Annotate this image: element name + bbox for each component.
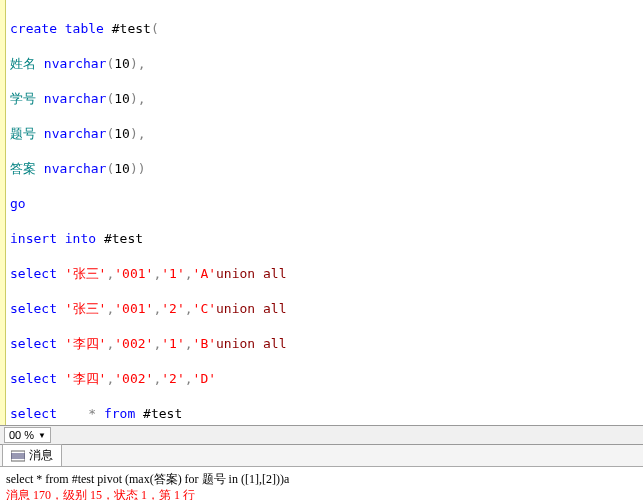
col: 学号 (10, 91, 44, 106)
kw: create (10, 21, 57, 36)
kw: union (216, 301, 255, 316)
output-row: select * from #test pivot (max(答案) for 题… (6, 471, 637, 487)
kw: union (216, 266, 255, 281)
punct: , (185, 336, 193, 351)
num: 10 (114, 161, 130, 176)
star: * (57, 406, 96, 421)
type: nvarchar (44, 161, 107, 176)
kw: go (10, 196, 26, 211)
ident: #test (104, 21, 151, 36)
punct: ), (130, 91, 146, 106)
results-tab-bar: 消息 (0, 445, 643, 467)
output-error-row: 消息 170，级别 15，状态 1，第 1 行 (6, 487, 637, 500)
kw: select (10, 266, 57, 281)
ident: #test (96, 231, 143, 246)
ident: #test (135, 406, 182, 421)
col: 题号 (10, 126, 44, 141)
kw: select (10, 406, 57, 421)
kw: union (216, 336, 255, 351)
punct: , (185, 301, 193, 316)
str: '2' (161, 301, 184, 316)
str: '002' (114, 336, 153, 351)
str: '李四' (57, 371, 106, 386)
str: '001' (114, 266, 153, 281)
str: '2' (161, 371, 184, 386)
messages-output[interactable]: select * from #test pivot (max(答案) for 题… (0, 467, 643, 500)
str: '001' (114, 301, 153, 316)
str: 'A' (193, 266, 216, 281)
str: 'C' (193, 301, 216, 316)
num: 10 (114, 56, 130, 71)
kw: select (10, 371, 57, 386)
zoom-combo[interactable]: 00 % ▼ (4, 427, 51, 443)
str: '李四' (57, 336, 106, 351)
type: nvarchar (44, 91, 107, 106)
num: 10 (114, 91, 130, 106)
str: '1' (161, 266, 184, 281)
code-content[interactable]: create table #test( 姓名 nvarchar(10), 学号 … (6, 0, 567, 425)
messages-tab-icon (11, 450, 25, 462)
col: 答案 (10, 161, 44, 176)
kw: table (57, 21, 104, 36)
punct: ( (151, 21, 159, 36)
punct: )) (130, 161, 146, 176)
punct: , (185, 371, 193, 386)
code-editor[interactable]: create table #test( 姓名 nvarchar(10), 学号 … (0, 0, 643, 425)
str: 'D' (193, 371, 216, 386)
col: 姓名 (10, 56, 44, 71)
num: 10 (114, 126, 130, 141)
kw: from (96, 406, 135, 421)
kw: all (255, 301, 286, 316)
str: '1' (161, 336, 184, 351)
kw: all (255, 266, 286, 281)
kw: all (255, 336, 286, 351)
str: '张三' (57, 301, 106, 316)
type: nvarchar (44, 126, 107, 141)
messages-tab-label: 消息 (29, 447, 53, 464)
punct: ), (130, 126, 146, 141)
zoom-value: 00 % (9, 429, 34, 441)
kw: into (57, 231, 96, 246)
str: '002' (114, 371, 153, 386)
messages-tab[interactable]: 消息 (2, 444, 62, 466)
dropdown-arrow-icon: ▼ (38, 431, 46, 440)
kw: select (10, 301, 57, 316)
kw: select (10, 336, 57, 351)
type: nvarchar (44, 56, 107, 71)
zoom-bar: 00 % ▼ (0, 425, 643, 445)
str: 'B' (193, 336, 216, 351)
punct: , (185, 266, 193, 281)
punct: ), (130, 56, 146, 71)
kw: insert (10, 231, 57, 246)
str: '张三' (57, 266, 106, 281)
